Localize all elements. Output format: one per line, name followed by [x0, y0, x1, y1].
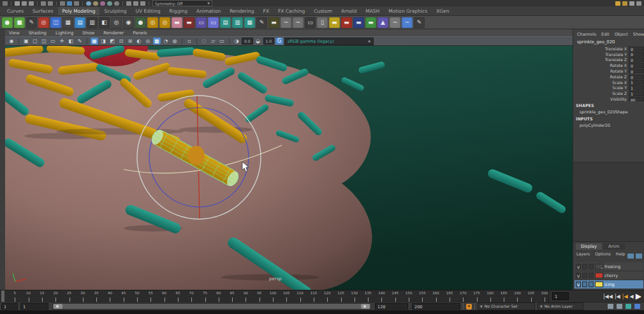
- render-current-frame-icon[interactable]: [615, 1, 620, 6]
- shelf-tab-poly-modeling[interactable]: Poly Modeling: [58, 7, 100, 15]
- poly-pen-icon[interactable]: ✎: [26, 17, 37, 28]
- gamma-icon[interactable]: ◒: [254, 38, 262, 45]
- layer-color-swatch[interactable]: [595, 282, 603, 287]
- image-plane-icon[interactable]: ▭: [49, 38, 57, 45]
- viewport-menu-shading[interactable]: Shading: [29, 31, 47, 36]
- relax-icon[interactable]: ▯: [317, 17, 328, 28]
- paint-effects-icon[interactable]: ✎: [414, 17, 425, 28]
- field-chart-icon[interactable]: ▱: [209, 38, 217, 45]
- shelf-tab-motion-graphics[interactable]: Motion Graphics: [384, 7, 432, 15]
- auto-key-icon[interactable]: [617, 304, 622, 309]
- shelf-tab-surfaces[interactable]: Surfaces: [28, 7, 57, 15]
- channel-box-menu-object[interactable]: Object: [615, 32, 628, 37]
- range-slider-right-handle[interactable]: [361, 304, 370, 309]
- oversan-icon[interactable]: ◧: [67, 38, 75, 45]
- viewport-menu-lighting[interactable]: Lighting: [55, 31, 73, 36]
- range-slider-track[interactable]: [52, 303, 371, 310]
- output-connections-icon[interactable]: [133, 1, 138, 6]
- help-icon[interactable]: [636, 1, 641, 6]
- exposure-field[interactable]: 0.0: [242, 38, 253, 45]
- bookmarks-icon[interactable]: ◫: [40, 38, 48, 45]
- motion-blur-icon[interactable]: ◎: [144, 38, 152, 45]
- ep-curve-icon[interactable]: ~: [293, 17, 304, 28]
- play-backwards-button[interactable]: ◀: [630, 290, 634, 303]
- divide-icon[interactable]: ▥: [87, 17, 98, 28]
- layer-visibility-toggle[interactable]: V: [576, 282, 581, 287]
- animation-start-field[interactable]: 1: [1, 303, 18, 310]
- attribute-value-field[interactable]: 1: [629, 80, 644, 85]
- poly-sphere-icon[interactable]: ●: [2, 17, 13, 28]
- set-key-icon[interactable]: [466, 304, 472, 310]
- shape-node-name[interactable]: sprinkle_geo_020Shape: [573, 109, 644, 115]
- viewport-3d-scene[interactable]: persp: [5, 46, 573, 290]
- layer-display-type-toggle[interactable]: [589, 282, 594, 287]
- layer-display-type-toggle[interactable]: [589, 273, 594, 278]
- sphere-project-icon[interactable]: ●: [135, 17, 146, 28]
- merge-center-icon[interactable]: ◎: [159, 17, 170, 28]
- poly-torus-icon[interactable]: ◎: [38, 17, 49, 28]
- insert-edge-loop-icon[interactable]: ▦: [244, 17, 255, 28]
- snap-to-plane-icon[interactable]: [107, 1, 112, 6]
- camera-attributes-icon[interactable]: ▢: [31, 38, 39, 45]
- lock-camera-icon[interactable]: ▣: [22, 38, 30, 45]
- attribute-value-field[interactable]: 0: [629, 57, 644, 62]
- grab-icon[interactable]: ▬: [329, 17, 340, 28]
- channel-box-menu-show[interactable]: Show: [633, 32, 644, 37]
- combine-icon[interactable]: ▭: [196, 17, 207, 28]
- screen-space-ao-icon[interactable]: ◐: [135, 38, 143, 45]
- shelf-tab-sculpting[interactable]: Sculpting: [99, 7, 131, 15]
- layer-visibility-toggle[interactable]: V: [576, 264, 581, 269]
- spin-edge-icon[interactable]: ▬: [268, 17, 279, 28]
- shelf-tab-curves[interactable]: Curves: [3, 7, 28, 15]
- shadows-icon[interactable]: ⊞: [126, 38, 134, 45]
- viewport-menu-panels[interactable]: Panels: [133, 31, 147, 36]
- play-forwards-button[interactable]: ▶: [636, 290, 641, 303]
- attribute-value-field[interactable]: 0: [629, 75, 644, 80]
- type-icon[interactable]: ~: [402, 17, 413, 28]
- shaded-icon[interactable]: ◨: [99, 38, 107, 45]
- open-scene-icon[interactable]: [22, 1, 27, 6]
- depth-of-field-icon[interactable]: ◔: [162, 38, 170, 45]
- step-back-frame-button[interactable]: |◀: [615, 290, 620, 303]
- select-by-object-icon[interactable]: [67, 1, 72, 6]
- render-settings-icon[interactable]: [629, 1, 634, 6]
- pinch-icon[interactable]: ▬: [341, 17, 352, 28]
- redo-icon[interactable]: [48, 1, 53, 6]
- poly-cube-icon[interactable]: ■: [14, 17, 25, 28]
- curve-tool-icon[interactable]: ~: [281, 17, 291, 28]
- greasepencil-icon[interactable]: ✎: [76, 38, 84, 45]
- safe-action-icon[interactable]: ▭: [218, 38, 226, 45]
- layer-playback-toggle[interactable]: [582, 282, 587, 287]
- poly-plane-icon[interactable]: ▦: [62, 17, 73, 28]
- multi-cut-icon[interactable]: ▥: [232, 17, 243, 28]
- attribute-value-field[interactable]: 0: [629, 46, 644, 52]
- anim-layer-dropdown[interactable]: ▼ No Anim Layer: [538, 303, 583, 310]
- viewport-menu-renderer[interactable]: Renderer: [103, 31, 124, 36]
- animation-end-field[interactable]: 200: [412, 303, 460, 310]
- channel-box-menu-channels[interactable]: Channels: [577, 32, 596, 37]
- layer-color-swatch[interactable]: [595, 273, 603, 278]
- playback-end-field[interactable]: 120: [375, 303, 408, 310]
- flatten-icon[interactable]: ▬: [353, 17, 364, 28]
- shelf-tab-rigging[interactable]: Rigging: [165, 7, 192, 15]
- menu-set-icon[interactable]: [3, 1, 8, 6]
- layer-color-swatch[interactable]: [595, 264, 603, 269]
- attribute-value-field[interactable]: on: [629, 97, 644, 102]
- use-all-lights-icon[interactable]: ⊡: [117, 38, 125, 45]
- shelf-tab-fx-caching[interactable]: FX Caching: [274, 7, 309, 15]
- new-empty-layer-icon[interactable]: [627, 253, 634, 259]
- isolate-select-icon[interactable]: ◍: [171, 38, 179, 45]
- construction-history-icon[interactable]: [140, 1, 145, 6]
- attribute-value-field[interactable]: 0: [629, 63, 644, 68]
- layer-editor-menu-help[interactable]: Help: [616, 252, 626, 257]
- step-back-key-button[interactable]: |◀: [622, 290, 628, 303]
- snap-to-point-icon[interactable]: [100, 1, 105, 6]
- attribute-value-field[interactable]: 0: [629, 69, 644, 74]
- new-scene-icon[interactable]: [15, 1, 20, 6]
- current-time-indicator[interactable]: [1, 290, 4, 303]
- playback-start-field[interactable]: 1: [20, 303, 48, 310]
- shelf-tab-rendering[interactable]: Rendering: [225, 7, 258, 15]
- select-camera-icon[interactable]: ◉: [8, 38, 15, 45]
- ipr-render-icon[interactable]: [622, 1, 627, 6]
- shelf-tab-xgen[interactable]: XGen: [432, 7, 453, 15]
